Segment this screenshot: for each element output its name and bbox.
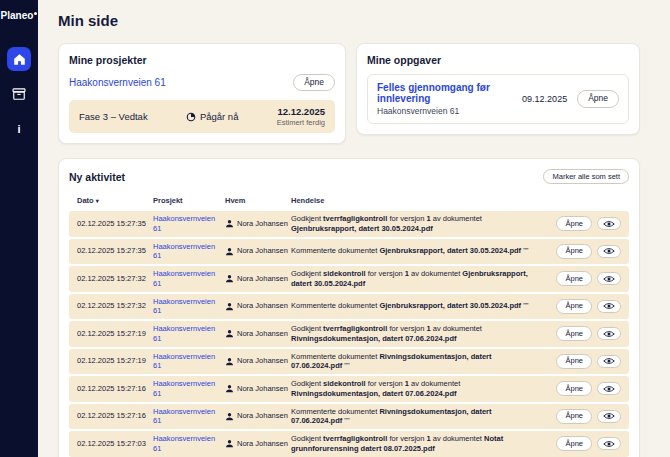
- row-open-button[interactable]: Åpne: [556, 409, 592, 424]
- event-text: av dokumentet: [409, 269, 462, 278]
- row-event: Kommenterte dokumentet Gjenbruksrapport,…: [291, 301, 551, 311]
- info-icon: i: [17, 123, 20, 135]
- row-project-link[interactable]: Haakonsvernveien 61: [153, 407, 225, 427]
- row-view-button[interactable]: [597, 245, 621, 258]
- column-project: Prosjekt: [153, 196, 225, 205]
- column-who: Hvem: [225, 196, 291, 205]
- event-text: Kommenterte dokumentet: [291, 246, 379, 255]
- row-user-name: Nora Johansen: [237, 384, 288, 394]
- row-open-button[interactable]: Åpne: [556, 436, 592, 451]
- activity-row: 02.12.2025 15:27:16 Haakonsvernveien 61 …: [69, 376, 629, 402]
- sidebar-item-archive[interactable]: [7, 82, 31, 106]
- project-open-button[interactable]: Åpne: [293, 74, 335, 91]
- user-icon: [225, 384, 234, 393]
- sidebar-item-home[interactable]: [7, 47, 31, 71]
- row-actions: Åpne: [551, 244, 621, 259]
- project-link[interactable]: Haakonsvernveien 61: [69, 77, 166, 88]
- activity-row: 02.12.2025 15:27:32 Haakonsvernveien 61 …: [69, 294, 629, 320]
- mark-all-seen-button[interactable]: Marker alle som sett: [543, 169, 629, 184]
- row-view-button[interactable]: [597, 300, 621, 313]
- user-icon: [225, 302, 234, 311]
- row-user: Nora Johansen: [225, 411, 291, 421]
- activity-card: Ny aktivitet Marker alle som sett Dato▾ …: [58, 158, 640, 457]
- column-date[interactable]: Dato▾: [77, 196, 153, 205]
- sidebar-item-info[interactable]: i: [7, 117, 31, 141]
- row-user-name: Nora Johansen: [237, 356, 288, 366]
- event-text: av dokumentet: [431, 324, 482, 333]
- row-view-button[interactable]: [597, 272, 621, 285]
- row-open-button[interactable]: Åpne: [556, 244, 592, 259]
- task-date: 09.12.2025: [522, 94, 567, 104]
- task-actions: 09.12.2025 Åpne: [522, 90, 619, 107]
- row-open-button[interactable]: Åpne: [556, 326, 592, 341]
- row-actions: Åpne: [551, 299, 621, 314]
- eye-icon: [603, 247, 615, 255]
- column-actions: [551, 196, 621, 205]
- row-actions: Åpne: [551, 326, 621, 341]
- row-date: 02.12.2025 15:27:35: [77, 219, 153, 229]
- eye-icon: [603, 440, 615, 448]
- row-user: Nora Johansen: [225, 301, 291, 311]
- row-event: Kommenterte dokumentet Rivningsdokumenta…: [291, 407, 551, 427]
- row-project-link[interactable]: Haakonsvernveien 61: [153, 352, 225, 372]
- row-open-button[interactable]: Åpne: [556, 299, 592, 314]
- brand-logo[interactable]: Planeo: [1, 10, 38, 21]
- brand-logo-dot: [34, 12, 37, 15]
- event-highlight: tverrfagligkontroll: [323, 214, 387, 223]
- activity-row: 02.12.2025 15:27:32 Haakonsvernveien 61 …: [69, 266, 629, 292]
- activity-header: Ny aktivitet Marker alle som sett: [69, 169, 629, 184]
- event-text: "": [342, 361, 349, 370]
- row-project-link[interactable]: Haakonsvernveien 61: [153, 434, 225, 454]
- row-project-link[interactable]: Haakonsvernveien 61: [153, 379, 225, 399]
- row-date: 02.12.2025 15:27:19: [77, 329, 153, 339]
- activity-title: Ny aktivitet: [69, 171, 125, 183]
- activity-row: 02.12.2025 15:27:35 Haakonsvernveien 61 …: [69, 239, 629, 265]
- summary-cards: Mine prosjekter Haakonsvernveien 61 Åpne…: [58, 43, 640, 144]
- row-open-button[interactable]: Åpne: [556, 381, 592, 396]
- row-actions: Åpne: [551, 271, 621, 286]
- row-project-link[interactable]: Haakonsvernveien 61: [153, 269, 225, 289]
- row-user-name: Nora Johansen: [237, 411, 288, 421]
- row-open-button[interactable]: Åpne: [556, 271, 592, 286]
- event-text: av dokumentet: [409, 379, 460, 388]
- row-project-link[interactable]: Haakonsvernveien 61: [153, 324, 225, 344]
- row-date: 02.12.2025 15:27:32: [77, 301, 153, 311]
- row-user: Nora Johansen: [225, 274, 291, 284]
- row-view-button[interactable]: [597, 355, 621, 368]
- column-event: Hendelse: [291, 196, 551, 205]
- event-text: for versjon: [387, 214, 426, 223]
- task-open-button[interactable]: Åpne: [577, 90, 619, 107]
- tasks-card: Mine oppgaver Felles gjennomgang før inn…: [356, 43, 640, 135]
- project-row: Haakonsvernveien 61 Åpne: [69, 74, 335, 91]
- sidebar: Planeo i: [0, 0, 38, 457]
- activity-row: 02.12.2025 15:27:35 Haakonsvernveien 61 …: [69, 211, 629, 237]
- eye-icon: [603, 302, 615, 310]
- estimated-label: Estimert ferdig: [277, 118, 325, 127]
- user-icon: [225, 247, 234, 256]
- row-view-button[interactable]: [597, 410, 621, 423]
- event-highlight: Rivningsdokumentasjon, datert 07.06.2024…: [291, 389, 456, 398]
- row-view-button[interactable]: [597, 382, 621, 395]
- task-project: Haakonsvernveien 61: [377, 106, 522, 116]
- projects-card-title: Mine prosjekter: [69, 54, 335, 66]
- task-link[interactable]: Felles gjennomgang før innlevering: [377, 82, 522, 104]
- row-date: 02.12.2025 15:27:35: [77, 246, 153, 256]
- row-project-link[interactable]: Haakonsvernveien 61: [153, 297, 225, 317]
- event-text: "": [521, 246, 528, 255]
- project-phase: Fase 3 – Vedtak: [79, 111, 148, 122]
- event-text: "": [521, 301, 528, 310]
- row-view-button[interactable]: [597, 217, 621, 230]
- event-text: "": [342, 416, 349, 425]
- archive-icon: [12, 87, 26, 101]
- event-highlight: Gjenbruksrapport, datert 30.05.2024.pdf: [379, 246, 521, 255]
- row-project-link[interactable]: Haakonsvernveien 61: [153, 242, 225, 262]
- row-view-button[interactable]: [597, 437, 621, 450]
- row-view-button[interactable]: [597, 327, 621, 340]
- row-project-link[interactable]: Haakonsvernveien 61: [153, 214, 225, 234]
- row-user: Nora Johansen: [225, 246, 291, 256]
- row-event: Godkjent tverrfagligkontroll for versjon…: [291, 214, 551, 234]
- sort-desc-icon: ▾: [96, 198, 99, 204]
- event-highlight: Rivningsdokumentasjon, datert 07.06.2024…: [291, 334, 456, 343]
- row-open-button[interactable]: Åpne: [556, 216, 592, 231]
- row-open-button[interactable]: Åpne: [556, 354, 592, 369]
